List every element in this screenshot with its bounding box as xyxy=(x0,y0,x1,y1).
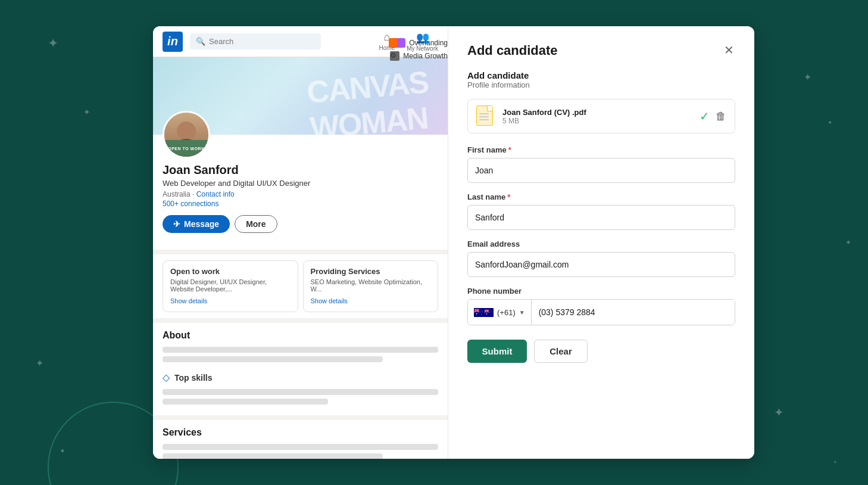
work-highlights: Open to work Digital Designer, UI/UX Des… xyxy=(153,254,448,318)
linkedin-logo: in xyxy=(163,32,183,52)
linkedin-search-bar[interactable]: 🔍 xyxy=(190,33,321,49)
show-details-link-2[interactable]: Show details xyxy=(311,297,348,304)
services-skeleton-1 xyxy=(163,444,438,450)
panel-header: Add candidate ✕ xyxy=(467,43,735,58)
phone-field: 🇦🇺 (+61) ▼ xyxy=(467,299,735,325)
skills-skeleton-1 xyxy=(163,389,438,395)
clear-button[interactable]: Clear xyxy=(534,340,588,363)
top-skills-label: Top skills xyxy=(174,373,213,383)
more-button[interactable]: More xyxy=(235,215,277,233)
providing-services-box: Providing Services SEO Marketing, Websit… xyxy=(303,260,439,312)
last-name-input[interactable] xyxy=(467,205,735,230)
open-to-work-desc: Digital Designer, UI/UX Designer, Websit… xyxy=(170,278,291,293)
cover-text: CANVASWOMAN xyxy=(305,64,432,135)
linkedin-panel: in 🔍 ⌂ Home 👥 My Network CANVASWOMAN xyxy=(153,26,448,459)
main-window: in 🔍 ⌂ Home 👥 My Network CANVASWOMAN xyxy=(153,26,754,459)
profile-meta: Australia · Contact info xyxy=(163,190,438,198)
diamond-icon: ◇ xyxy=(163,372,170,383)
first-name-input[interactable] xyxy=(467,158,735,183)
profile-info-section: OPEN TO WORK Overlanding ⚙ xyxy=(153,135,448,254)
media-growth-badge: ⚙ Media Growth xyxy=(390,57,448,61)
connections-count[interactable]: 500+ connections xyxy=(163,200,438,208)
open-to-work-box: Open to work Digital Designer, UI/UX Des… xyxy=(163,260,298,312)
providing-services-title: Providing Services xyxy=(311,267,431,276)
contact-info-link[interactable]: Contact info xyxy=(196,190,235,198)
profile-actions: ✈ Message More xyxy=(163,215,438,233)
last-name-group: Last name * xyxy=(467,192,735,230)
services-section: Services Request services xyxy=(153,420,448,459)
email-group: Email address xyxy=(467,240,735,277)
skills-skeleton-2 xyxy=(163,399,328,405)
providing-services-desc: SEO Marketing, Website Optimization, W..… xyxy=(311,278,431,293)
email-label: Email address xyxy=(467,240,735,248)
required-star-firstname: * xyxy=(508,145,511,154)
profile-location: Australia xyxy=(163,190,191,198)
section-subtitle: Profile information xyxy=(467,80,735,89)
file-actions: ✓ 🗑 xyxy=(700,109,726,123)
submit-button[interactable]: Submit xyxy=(467,340,527,363)
file-info: Joan Sanford (CV) .pdf 5 MB xyxy=(502,108,692,125)
file-check-icon: ✓ xyxy=(700,109,710,123)
first-name-label: First name * xyxy=(467,145,735,154)
open-to-work-title: Open to work xyxy=(170,267,291,276)
phone-label: Phone number xyxy=(467,287,735,296)
australia-flag-icon: 🇦🇺 xyxy=(474,308,494,317)
section-header: Add candidate Profile information xyxy=(467,70,735,89)
avatar: OPEN TO WORK xyxy=(163,111,210,158)
linkedin-profile-content: CANVASWOMAN OPEN TO WORK xyxy=(153,57,448,459)
about-skeleton-1 xyxy=(163,347,438,353)
form-actions: Submit Clear xyxy=(467,340,735,363)
about-title: About xyxy=(163,330,438,341)
profile-title: Web Developer and Digital UI/UX Designer xyxy=(163,179,438,188)
file-delete-button[interactable]: 🗑 xyxy=(716,110,726,123)
avatar-wrapper: OPEN TO WORK xyxy=(163,111,210,158)
profile-badges: Overlanding ⚙ Media Growth xyxy=(389,57,448,61)
top-skills-header: ◇ Top skills xyxy=(163,372,438,383)
required-star-lastname: * xyxy=(507,192,510,201)
section-title-main: Add candidate xyxy=(467,70,735,80)
chevron-down-icon: ▼ xyxy=(519,309,525,316)
file-name: Joan Sanford (CV) .pdf xyxy=(502,108,692,117)
media-growth-icon: ⚙ xyxy=(390,57,399,61)
phone-country-selector[interactable]: 🇦🇺 (+61) ▼ xyxy=(468,300,532,325)
phone-group: Phone number 🇦🇺 (+61) ▼ xyxy=(467,287,735,325)
file-size: 5 MB xyxy=(502,117,692,125)
email-input[interactable] xyxy=(467,252,735,277)
services-title: Services xyxy=(163,427,438,438)
file-upload-item: Joan Sanford (CV) .pdf 5 MB ✓ 🗑 xyxy=(467,99,735,133)
about-skeleton-2 xyxy=(163,356,383,362)
profile-name: Joan Sanford xyxy=(163,163,438,177)
services-skeleton-2 xyxy=(163,453,383,459)
phone-number-input[interactable] xyxy=(532,300,735,325)
media-growth-label: Media Growth xyxy=(403,57,448,60)
phone-country-code: (+61) xyxy=(497,308,516,317)
panel-title: Add candidate xyxy=(467,43,558,58)
show-details-link-1[interactable]: Show details xyxy=(170,297,207,304)
close-button[interactable]: ✕ xyxy=(723,43,735,57)
search-icon: 🔍 xyxy=(196,37,205,46)
add-candidate-panel: Add candidate ✕ Add candidate Profile in… xyxy=(448,26,754,459)
last-name-label: Last name * xyxy=(467,192,735,201)
file-icon xyxy=(476,105,495,127)
message-button[interactable]: ✈ Message xyxy=(163,215,230,233)
message-icon: ✈ xyxy=(173,219,180,229)
first-name-group: First name * xyxy=(467,145,735,183)
search-input[interactable] xyxy=(209,37,315,46)
about-section: About ◇ Top skills xyxy=(153,323,448,415)
